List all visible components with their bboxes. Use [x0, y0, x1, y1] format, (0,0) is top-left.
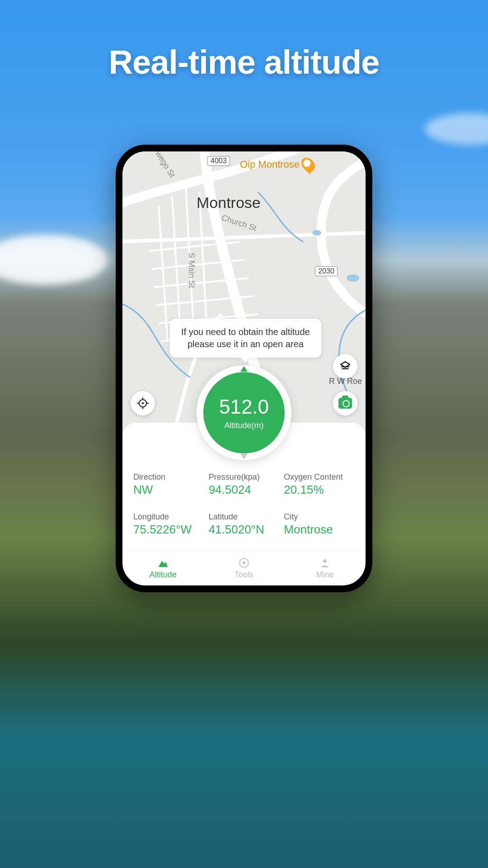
- svg-point-13: [142, 402, 144, 405]
- stat-oxygen: Oxygen Content 20.15%: [284, 472, 355, 497]
- stat-label: Direction: [133, 472, 204, 482]
- svg-point-11: [347, 274, 359, 282]
- nav-mine[interactable]: Mine: [285, 551, 366, 585]
- nav-tools[interactable]: Tools: [203, 551, 284, 585]
- altitude-label: Altitude(m): [224, 421, 263, 430]
- tools-icon: [238, 557, 250, 569]
- layers-button[interactable]: [333, 354, 357, 378]
- poi-label[interactable]: Oip Montrose: [240, 157, 314, 172]
- tooltip-line: If you need to obtain the altitude: [179, 326, 311, 338]
- street-label: S Main St: [187, 253, 196, 288]
- svg-point-21: [243, 561, 246, 565]
- stats-grid: Direction NW Pressure(kpa) 94.5024 Oxyge…: [133, 472, 355, 537]
- stat-value: 75.5226°W: [133, 523, 204, 537]
- layers-icon: [338, 359, 352, 373]
- nav-label: Altitude: [150, 570, 177, 580]
- road-label-4003: 4003: [207, 156, 230, 166]
- phone-frame: wego St 4003 Oip Montrose Montrose Churc…: [116, 145, 372, 592]
- tick-bottom-icon: [240, 454, 248, 459]
- stat-value: NW: [133, 483, 204, 497]
- stat-pressure: Pressure(kpa) 94.5024: [209, 472, 280, 497]
- stat-label: Pressure(kpa): [209, 472, 280, 482]
- nav-label: Mine: [316, 570, 334, 580]
- altitude-circle: 512.0 Altitude(m): [203, 372, 285, 453]
- altitude-value: 512.0: [219, 396, 269, 418]
- hint-tooltip: If you need to obtain the altitude pleas…: [169, 319, 321, 358]
- cloud-decoration: [425, 113, 488, 145]
- stat-longitude: Longitude 75.5226°W: [133, 512, 204, 537]
- stat-value: 94.5024: [209, 483, 280, 497]
- bottom-nav: Altitude Tools Mine: [122, 550, 366, 585]
- mountain-icon: [157, 557, 169, 569]
- nav-altitude[interactable]: Altitude: [122, 551, 203, 585]
- road-label-2030: 2030: [315, 266, 338, 276]
- tooltip-line: please use it in an open area: [179, 338, 311, 350]
- city-label: Montrose: [197, 194, 261, 212]
- camera-icon: [338, 398, 352, 409]
- stat-city: City Montrose: [284, 512, 355, 537]
- cloud-decoration: [0, 235, 108, 285]
- svg-line-0: [159, 206, 168, 341]
- stat-value: Montrose: [284, 523, 355, 537]
- stat-label: City: [284, 512, 355, 522]
- locate-button[interactable]: [131, 391, 155, 415]
- stat-label: Oxygen Content: [284, 472, 355, 482]
- stat-latitude: Latitude 41.5020°N: [209, 512, 280, 537]
- stat-label: Longitude: [133, 512, 204, 522]
- tick-top-icon: [240, 366, 248, 372]
- stat-value: 20.15%: [284, 483, 355, 497]
- nav-label: Tools: [235, 570, 253, 580]
- camera-button[interactable]: [333, 391, 357, 415]
- stat-direction: Direction NW: [133, 472, 204, 497]
- svg-point-22: [323, 559, 327, 563]
- person-icon: [319, 557, 331, 569]
- svg-point-10: [312, 230, 321, 236]
- phone-screen: wego St 4003 Oip Montrose Montrose Churc…: [122, 151, 366, 585]
- crosshair-icon: [136, 397, 149, 410]
- altitude-badge[interactable]: 512.0 Altitude(m): [197, 365, 291, 460]
- stat-label: Latitude: [209, 512, 280, 522]
- stat-value: 41.5020°N: [209, 523, 280, 537]
- promo-headline: Real-time altitude: [0, 43, 488, 81]
- poi-name: Oip Montrose: [240, 159, 300, 170]
